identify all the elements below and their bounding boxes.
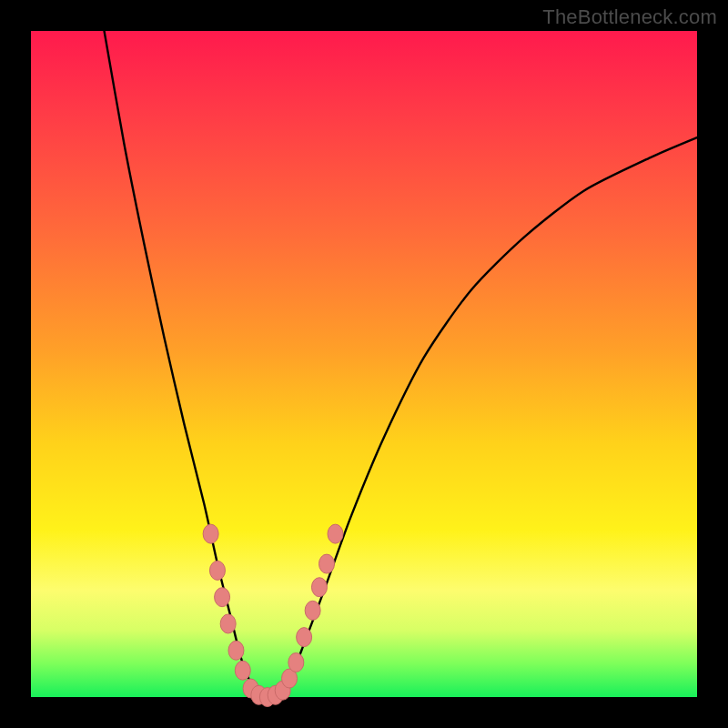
curve-marker — [288, 652, 304, 672]
watermark-text: TheBottleneck.com — [542, 5, 717, 29]
curve-marker — [328, 524, 343, 543]
chart-frame: TheBottleneck.com — [0, 0, 728, 728]
bottleneck-curve — [105, 31, 697, 698]
curve-marker — [215, 588, 230, 607]
curve-marker — [305, 601, 320, 620]
curve-marker — [319, 554, 335, 573]
curve-marker — [297, 628, 312, 647]
curve-group — [105, 31, 697, 698]
curve-marker — [203, 524, 218, 543]
curve-marker — [209, 561, 225, 580]
marker-group — [203, 524, 343, 706]
curve-marker — [228, 641, 244, 660]
curve-marker — [220, 614, 236, 633]
curve-overlay — [31, 31, 697, 697]
plot-area — [31, 31, 697, 697]
curve-marker — [235, 661, 250, 680]
curve-marker — [311, 578, 327, 597]
